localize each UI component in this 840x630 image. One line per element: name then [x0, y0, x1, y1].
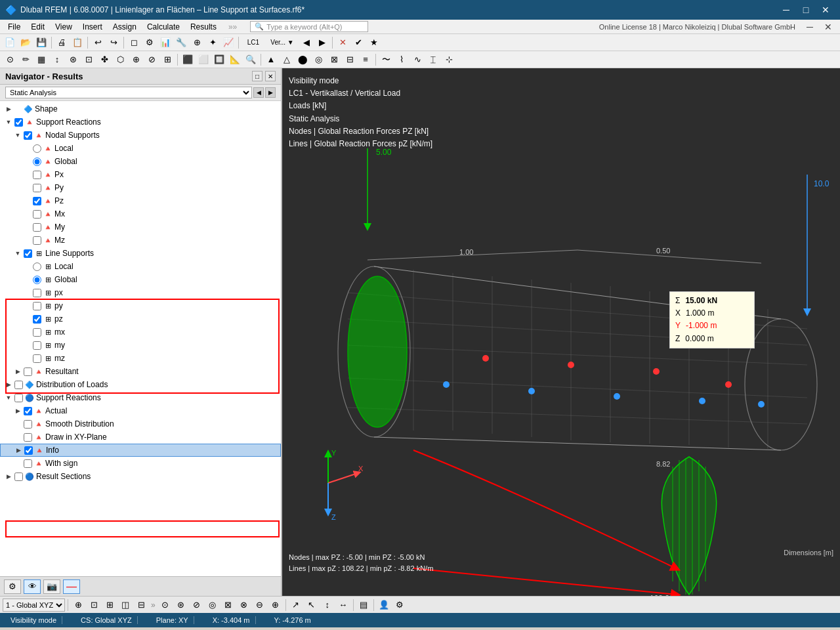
wave3[interactable]: ∿	[410, 52, 425, 67]
wave4[interactable]: ⌶	[426, 52, 440, 67]
snap8[interactable]: ⬡	[113, 52, 127, 67]
btb15[interactable]: ↖	[304, 598, 319, 612]
btb9[interactable]: ◎	[205, 598, 220, 612]
tree-item-18[interactable]: ⊞my	[0, 339, 281, 352]
tree-checkbox-2[interactable]	[24, 131, 32, 140]
tree-checkbox-21[interactable]	[14, 381, 23, 389]
view4[interactable]: 📐	[228, 52, 242, 67]
tree-item-16[interactable]: ⊞pz	[0, 312, 281, 326]
tree-checkbox-17[interactable]	[33, 328, 41, 337]
snap6[interactable]: ⊡	[81, 52, 96, 67]
tool1[interactable]: ◻	[127, 35, 141, 50]
btb11[interactable]: ⊗	[237, 598, 251, 612]
nav-btn-eye[interactable]: 👁	[24, 579, 41, 594]
tree-item-28[interactable]: ▶🔵Result Sections	[0, 470, 281, 483]
tree-checkbox-11[interactable]	[24, 249, 32, 258]
tool2[interactable]: ⚙	[142, 35, 157, 50]
tree-item-12[interactable]: ⊞Local	[0, 260, 281, 273]
tree-item-27[interactable]: 🔺With sign	[0, 457, 281, 470]
tree-item-4[interactable]: 🔺Global	[0, 155, 281, 168]
btb13[interactable]: ⊕	[268, 598, 283, 612]
wave2[interactable]: ⌇	[394, 52, 409, 67]
save-btn[interactable]: 💾	[34, 35, 49, 50]
btb5[interactable]: ⊟	[134, 598, 148, 612]
tool7[interactable]: 📈	[221, 35, 236, 50]
menu-edit[interactable]: Edit	[26, 21, 50, 33]
disp6[interactable]: ⊟	[343, 52, 357, 67]
tree-item-2[interactable]: ▼🔺Nodal Supports	[0, 129, 281, 142]
btb8[interactable]: ⊘	[190, 598, 204, 612]
tree-expand-23[interactable]: ▶	[13, 406, 22, 415]
nav-btn-settings[interactable]: ⚙	[4, 579, 21, 594]
tree-item-0[interactable]: ▶🔷Shape	[0, 102, 281, 116]
coord-select[interactable]: 1 - Global XYZ	[3, 598, 65, 612]
menu-results[interactable]: Results	[185, 21, 222, 33]
disp1[interactable]: ▲	[264, 52, 278, 67]
tree-expand-22[interactable]: ▼	[4, 393, 13, 402]
check-btn[interactable]: ✔	[351, 35, 366, 50]
tree-expand-1[interactable]: ▼	[4, 117, 13, 127]
tree-item-22[interactable]: ▼🔵Support Reactions	[0, 391, 281, 404]
tool5[interactable]: ⊕	[190, 35, 204, 50]
nav-filter-left[interactable]: ◀	[253, 87, 264, 98]
prev-btn[interactable]: ◀	[299, 35, 314, 50]
tree-expand-2[interactable]: ▼	[13, 131, 22, 140]
tree-checkbox-25[interactable]	[24, 433, 32, 442]
tree-item-14[interactable]: ⊞px	[0, 286, 281, 299]
disp5[interactable]: ⊠	[327, 52, 341, 67]
tree-checkbox-28[interactable]	[14, 472, 23, 481]
tree-item-10[interactable]: 🔺Mz	[0, 234, 281, 247]
tree-checkbox-20[interactable]	[24, 368, 32, 376]
btb3[interactable]: ⊞	[102, 598, 117, 612]
tree-checkbox-6[interactable]	[33, 184, 41, 192]
tree-radio-4[interactable]	[33, 158, 41, 166]
tree-checkbox-24[interactable]	[24, 420, 32, 429]
tree-item-15[interactable]: ⊞py	[0, 299, 281, 312]
tree-checkbox-26[interactable]	[24, 446, 33, 455]
nav-close-btn[interactable]: ✕	[265, 71, 276, 81]
btb18[interactable]: ▤	[356, 598, 371, 612]
tree-radio-3[interactable]	[33, 144, 41, 153]
minimize-button[interactable]: ─	[777, 3, 795, 17]
panel-close[interactable]: ✕	[819, 20, 837, 34]
tree-item-13[interactable]: ⊞Global	[0, 273, 281, 286]
tree-item-3[interactable]: 🔺Local	[0, 142, 281, 155]
menu-insert[interactable]: Insert	[77, 21, 108, 33]
snap4[interactable]: ↕	[50, 52, 64, 67]
snap9[interactable]: ⊕	[129, 52, 143, 67]
btb12[interactable]: ⊖	[253, 598, 267, 612]
menu-assign[interactable]: Assign	[108, 21, 142, 33]
disp2[interactable]: △	[280, 52, 294, 67]
tree-expand-26[interactable]: ▶	[14, 446, 23, 455]
wave1[interactable]: 〜	[379, 52, 393, 67]
tree-expand-21[interactable]: ▶	[4, 380, 13, 389]
tree-checkbox-5[interactable]	[33, 171, 41, 179]
close-button[interactable]: ✕	[816, 3, 835, 17]
tree-item-5[interactable]: 🔺Px	[0, 168, 281, 181]
snap5[interactable]: ⊛	[66, 52, 80, 67]
btb17[interactable]: ↔	[336, 598, 350, 612]
tool6[interactable]: ✦	[205, 35, 220, 50]
nav-btn-camera[interactable]: 📷	[43, 579, 60, 594]
snap10[interactable]: ⊘	[144, 52, 159, 67]
tree-item-17[interactable]: ⊞mx	[0, 326, 281, 339]
tree-checkbox-7[interactable]	[33, 197, 41, 205]
nav-filter-right[interactable]: ▶	[265, 87, 276, 98]
viewport[interactable]: Visibility mode LC1 - Vertikallast / Ver…	[282, 68, 840, 596]
tree-checkbox-1[interactable]	[14, 118, 23, 127]
nav-btn-line[interactable]: —	[63, 579, 80, 594]
view1[interactable]: ⬛	[180, 52, 195, 67]
btb14[interactable]: ↗	[289, 598, 303, 612]
menu-expand[interactable]: »»	[228, 22, 237, 32]
wave5[interactable]: ⊹	[442, 52, 456, 67]
disp3[interactable]: ⬤	[295, 52, 310, 67]
btb4[interactable]: ◫	[118, 598, 133, 612]
star-btn[interactable]: ★	[367, 35, 381, 50]
nav-filter-select[interactable]: Static Analysis	[5, 87, 252, 98]
tree-item-1[interactable]: ▼🔺Support Reactions	[0, 116, 281, 129]
tree-expand-11[interactable]: ▼	[13, 249, 22, 258]
tree-expand-28[interactable]: ▶	[4, 472, 13, 481]
view2[interactable]: ⬜	[196, 52, 211, 67]
print-btn[interactable]: 🖨	[54, 35, 69, 50]
open-btn[interactable]: 📂	[18, 35, 33, 50]
